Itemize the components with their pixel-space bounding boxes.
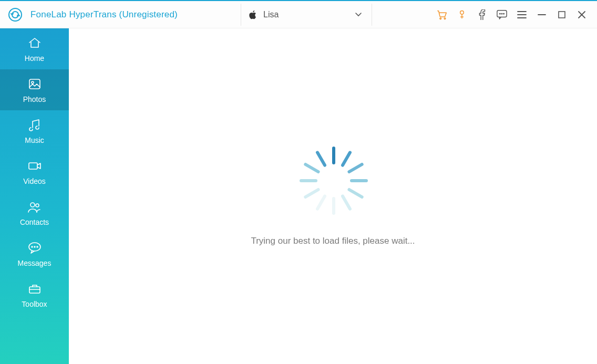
svg-rect-24 bbox=[29, 287, 40, 293]
home-icon bbox=[27, 35, 43, 51]
svg-point-5 bbox=[500, 13, 500, 14]
apple-icon bbox=[249, 9, 258, 20]
app-window: FoneLab HyperTrans (Unregistered) Lisa bbox=[0, 0, 597, 364]
key-icon[interactable] bbox=[456, 9, 468, 20]
toolbox-icon bbox=[27, 281, 43, 297]
app-title: FoneLab HyperTrans (Unregistered) bbox=[30, 9, 178, 20]
svg-point-2 bbox=[444, 18, 446, 19]
app-body: Home Photos bbox=[0, 28, 597, 364]
sidebar-item-label: Videos bbox=[23, 177, 46, 185]
device-selector[interactable]: Lisa bbox=[241, 4, 372, 26]
title-bar: FoneLab HyperTrans (Unregistered) Lisa bbox=[0, 1, 597, 28]
device-name: Lisa bbox=[263, 10, 355, 19]
svg-point-0 bbox=[9, 8, 22, 21]
svg-point-19 bbox=[36, 204, 39, 207]
sidebar-item-label: Photos bbox=[23, 95, 46, 103]
svg-point-16 bbox=[32, 81, 34, 84]
svg-point-3 bbox=[460, 11, 464, 14]
sidebar-item-label: Music bbox=[25, 136, 44, 144]
sidebar-item-label: Messages bbox=[18, 259, 52, 267]
videos-icon bbox=[27, 158, 43, 174]
sidebar-item-label: Toolbox bbox=[22, 300, 47, 308]
sidebar-item-home[interactable]: Home bbox=[0, 28, 69, 69]
main-content: Trying our best to load files, please wa… bbox=[69, 28, 597, 364]
svg-rect-12 bbox=[559, 12, 565, 18]
svg-rect-15 bbox=[29, 79, 40, 89]
app-logo-icon bbox=[7, 7, 23, 23]
loading-spinner-icon bbox=[299, 147, 367, 215]
contacts-icon bbox=[27, 199, 43, 215]
loading-message: Trying our best to load files, please wa… bbox=[251, 236, 415, 246]
facebook-icon[interactable] bbox=[476, 9, 488, 20]
sidebar-item-videos[interactable]: Videos bbox=[0, 151, 69, 192]
maximize-icon[interactable] bbox=[556, 9, 568, 20]
cart-icon[interactable] bbox=[436, 9, 448, 20]
music-icon bbox=[27, 117, 43, 133]
svg-point-22 bbox=[34, 246, 35, 247]
svg-rect-17 bbox=[29, 163, 37, 169]
minimize-icon[interactable] bbox=[536, 9, 548, 20]
svg-point-18 bbox=[30, 203, 35, 207]
sidebar: Home Photos bbox=[0, 28, 69, 364]
sidebar-item-toolbox[interactable]: Toolbox bbox=[0, 274, 69, 315]
sidebar-item-contacts[interactable]: Contacts bbox=[0, 192, 69, 233]
titlebar-actions bbox=[436, 9, 591, 20]
svg-point-21 bbox=[32, 246, 33, 247]
svg-point-23 bbox=[37, 246, 38, 247]
sidebar-item-music[interactable]: Music bbox=[0, 110, 69, 151]
sidebar-item-photos[interactable]: Photos bbox=[0, 69, 69, 110]
svg-point-7 bbox=[503, 13, 504, 14]
sidebar-item-label: Contacts bbox=[20, 218, 49, 226]
feedback-icon[interactable] bbox=[496, 9, 508, 20]
svg-point-1 bbox=[440, 18, 441, 19]
messages-icon bbox=[27, 240, 43, 256]
photos-icon bbox=[27, 76, 43, 92]
svg-point-6 bbox=[501, 13, 502, 14]
close-icon[interactable] bbox=[576, 9, 588, 20]
sidebar-item-messages[interactable]: Messages bbox=[0, 233, 69, 274]
menu-icon[interactable] bbox=[516, 9, 528, 20]
chevron-down-icon bbox=[355, 11, 362, 18]
sidebar-item-label: Home bbox=[25, 54, 44, 63]
